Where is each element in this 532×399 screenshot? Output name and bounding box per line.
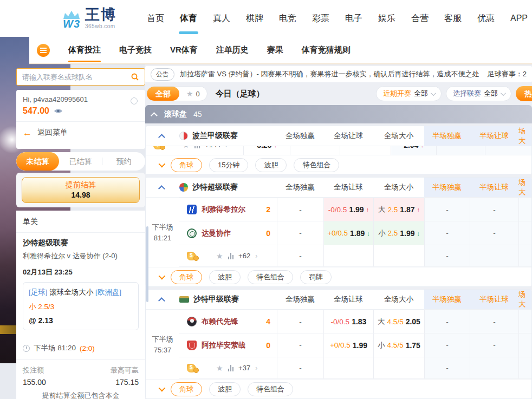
collapse-cell[interactable]	[146, 178, 179, 197]
team-cell[interactable]: 利雅得希拉尔2	[179, 198, 277, 221]
odds-cell[interactable]	[485, 146, 531, 155]
odds-cell[interactable]: +0/0.51.89↓	[323, 221, 373, 245]
odds-cell[interactable]: -	[424, 221, 470, 245]
subnav-bet-history[interactable]: 注单历史	[216, 45, 249, 55]
chevron-up-icon[interactable]	[158, 134, 165, 141]
filter-all-button[interactable]: 全部	[147, 87, 179, 101]
market-pill[interactable]: 罚牌	[300, 270, 332, 284]
stats-bars-icon[interactable]	[228, 365, 234, 371]
nav-app[interactable]: APP	[510, 10, 528, 27]
team-cell[interactable]: 阿拉毕安萦哉0	[179, 333, 277, 357]
chevron-down-icon[interactable]	[159, 161, 166, 168]
subnav-rules[interactable]: 体育竞猜规则	[302, 45, 351, 55]
nav-cards[interactable]: 棋牌	[246, 10, 263, 28]
sidebar-scrollbar[interactable]	[146, 226, 148, 302]
odds-cell[interactable]	[436, 146, 485, 155]
odds-cell[interactable]: 2.04↑	[391, 146, 436, 155]
market-pill[interactable]: 角球	[171, 270, 202, 284]
odds-cell[interactable]	[470, 357, 518, 378]
nav-lottery[interactable]: 彩票	[312, 10, 329, 28]
nav-promo[interactable]: 优惠	[477, 10, 495, 28]
odds-cell[interactable]: -0/0.51.83	[323, 310, 373, 333]
more-markets-arrow-icon[interactable]: ›	[225, 146, 228, 149]
chevron-down-icon[interactable]	[159, 273, 166, 280]
site-logo[interactable]: W3 王博 365wb.com	[62, 8, 116, 29]
market-pill[interactable]: 波胆	[255, 158, 287, 172]
nav-esports[interactable]: 电竞	[279, 10, 296, 28]
odds-cell[interactable]	[518, 357, 531, 378]
chevron-down-icon[interactable]	[159, 385, 166, 392]
more-markets-arrow-icon[interactable]: ›	[255, 364, 257, 372]
nav-affiliate[interactable]: 合营	[411, 10, 429, 28]
cashout-button-top[interactable]: 提前结算 14.98	[22, 177, 140, 203]
recent-start-dropdown[interactable]: 近期开赛 全部	[376, 86, 442, 101]
hot-matches-button[interactable]: 热门	[516, 86, 532, 101]
subnav-results[interactable]: 赛果	[267, 45, 283, 55]
subnav-esports[interactable]: 电子竞技	[119, 45, 152, 55]
collapse-cell[interactable]	[146, 290, 179, 309]
odds-cell[interactable]: -0/0.51.99↑	[323, 198, 373, 221]
market-pill[interactable]: 特色组合	[294, 158, 339, 172]
odds-cell[interactable]: -	[424, 198, 470, 221]
tab-settled[interactable]: 已结算	[59, 152, 102, 171]
favorites-button[interactable]: ★ 0	[179, 87, 207, 101]
odds-cell[interactable]	[373, 245, 424, 266]
odds-cell[interactable]: 3.26↑	[243, 146, 290, 155]
odds-cell[interactable]: 小4.5/51.75	[373, 333, 424, 357]
favorite-star-icon[interactable]: ★	[216, 364, 223, 372]
odds-cell[interactable]: -	[277, 221, 323, 245]
favorite-star-icon[interactable]: ★	[216, 252, 223, 260]
tab-unsettled[interactable]: 未结算	[16, 152, 59, 171]
league-select-dropdown[interactable]: 选择联赛 全部	[446, 86, 511, 101]
odds-cell[interactable]: -	[277, 245, 323, 266]
odds-cell[interactable]: -	[424, 333, 470, 357]
odds-cell[interactable]	[518, 245, 531, 266]
market-pill[interactable]: 波胆	[209, 270, 241, 284]
odds-cell[interactable]: 大4.5/52.05	[373, 310, 424, 333]
market-pill[interactable]: 角球	[171, 158, 202, 172]
odds-cell[interactable]	[323, 357, 373, 378]
odds-cell[interactable]: 大2.51.87↑	[373, 198, 424, 221]
odds-cell[interactable]: -	[470, 221, 518, 245]
market-pill[interactable]: 角球	[171, 382, 202, 396]
subnav-sports-betting[interactable]: 体育投注	[68, 45, 101, 55]
tab-reserved[interactable]: 预约	[102, 152, 145, 171]
odds-cell[interactable]: -	[470, 198, 518, 221]
refresh-icon[interactable]	[131, 97, 138, 104]
odds-cell[interactable]	[518, 221, 531, 245]
odds-cell[interactable]: -	[424, 245, 470, 266]
more-markets-arrow-icon[interactable]: ›	[255, 252, 257, 260]
live-betting-bar[interactable]: 滚球盘 45	[145, 105, 532, 123]
odds-cell[interactable]	[290, 146, 340, 155]
odds-cell[interactable]: -	[277, 310, 323, 333]
subnav-vr-sports[interactable]: VR体育	[170, 45, 198, 55]
odds-cell[interactable]	[323, 245, 373, 266]
odds-cell[interactable]: -	[277, 357, 323, 378]
more-markets-count[interactable]: +37	[238, 364, 250, 372]
odds-cell[interactable]: 小2.51.99↓	[373, 221, 424, 245]
stats-bars-icon[interactable]	[194, 146, 200, 148]
chevron-up-icon[interactable]	[158, 297, 165, 304]
favorite-star-icon[interactable]: ★	[183, 146, 190, 149]
collapse-cell[interactable]	[146, 126, 179, 146]
odds-cell[interactable]: -	[277, 333, 323, 357]
odds-cell[interactable]: -	[424, 310, 470, 333]
odds-cell[interactable]	[518, 333, 531, 357]
market-pill[interactable]: 特色组合	[248, 270, 293, 284]
odds-cell[interactable]: -	[470, 333, 518, 357]
back-to-menu[interactable]: ← 返回菜单	[16, 121, 145, 143]
market-pill[interactable]: 特色组合	[248, 382, 293, 396]
odds-cell[interactable]	[518, 198, 531, 221]
menu-list-icon[interactable]	[37, 44, 50, 57]
search-icon[interactable]	[131, 73, 139, 81]
team-cell[interactable]: 达曼协作0	[179, 221, 277, 245]
odds-cell[interactable]: -	[277, 198, 323, 221]
nav-home[interactable]: 首页	[147, 10, 164, 28]
search-box[interactable]	[16, 68, 145, 86]
odds-cell[interactable]: -	[424, 357, 470, 378]
nav-slots[interactable]: 电子	[345, 10, 362, 28]
eye-icon[interactable]	[54, 108, 63, 114]
more-markets-count[interactable]: +62	[238, 252, 250, 260]
stats-bars-icon[interactable]	[228, 253, 234, 259]
nav-live-casino[interactable]: 真人	[213, 10, 230, 28]
